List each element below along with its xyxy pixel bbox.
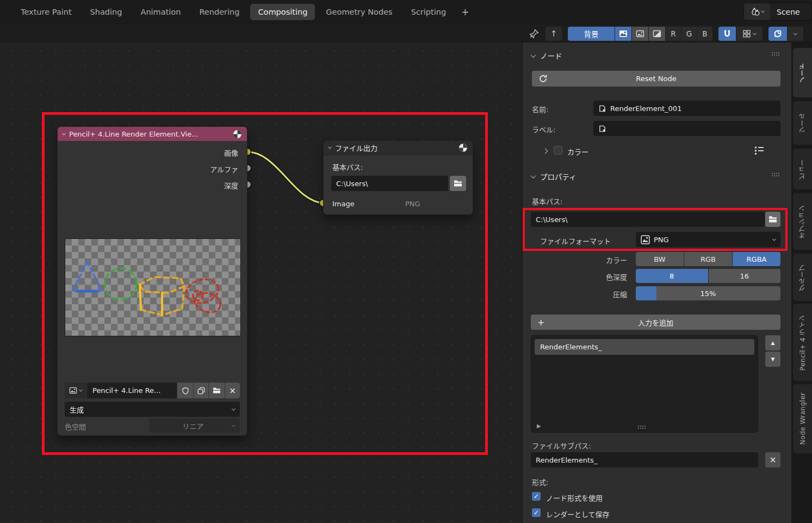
snap-group bbox=[718, 27, 763, 41]
tab-animation[interactable]: Animation bbox=[133, 4, 188, 20]
tab-geometry-nodes[interactable]: Geometry Nodes bbox=[318, 4, 400, 20]
save-as-render-checkbox[interactable]: ✓ bbox=[532, 508, 541, 517]
sidebar-tab-options[interactable]: オプション bbox=[793, 193, 812, 250]
sidebar-tab-pencil-line[interactable]: Pencil+ 4 ライン bbox=[793, 304, 812, 381]
expand-color-icon[interactable] bbox=[543, 149, 548, 154]
panel-drag-grip[interactable] bbox=[772, 173, 780, 174]
channel-r-button[interactable]: R bbox=[666, 27, 681, 41]
pin-icon[interactable] bbox=[529, 28, 540, 39]
reset-node-button[interactable]: Reset Node bbox=[532, 71, 780, 87]
tab-compositing[interactable]: Compositing bbox=[250, 4, 315, 20]
tab-shading[interactable]: Shading bbox=[83, 4, 130, 20]
browse-path-button[interactable] bbox=[450, 176, 466, 191]
sidebar-tab-node[interactable]: ノード bbox=[793, 48, 812, 97]
pencil-render-element-node[interactable]: Pencil+ 4.Line Render Element.Vie... 画像 … bbox=[57, 126, 247, 436]
up-arrow-icon: ↑ bbox=[550, 29, 557, 39]
image-source-dropdown[interactable]: 生成 bbox=[65, 402, 240, 417]
colorspace-label: 色空間 bbox=[65, 421, 86, 432]
add-input-button[interactable]: + 入力を追加 bbox=[531, 315, 780, 330]
scene-browse-button[interactable] bbox=[744, 3, 770, 20]
pencil-node-header[interactable]: Pencil+ 4.Line Render Element.Vie... bbox=[58, 127, 247, 141]
scene-selector[interactable]: Scene bbox=[743, 3, 812, 21]
subpath-field[interactable]: RenderElements_ bbox=[531, 452, 758, 467]
grid-snap-icon bbox=[743, 30, 751, 38]
sidebar-tab-group[interactable]: グループ bbox=[793, 254, 812, 301]
snap-toggle-button[interactable] bbox=[718, 27, 736, 41]
node-name-field[interactable]: RenderElement_001 bbox=[593, 101, 780, 116]
node-id-icon bbox=[598, 125, 606, 133]
parent-node-tree-button[interactable]: ↑ bbox=[546, 27, 562, 41]
chevron-down-icon bbox=[232, 407, 235, 410]
node-base-path-field[interactable]: C:\Users\ bbox=[331, 176, 448, 191]
clear-subpath-button[interactable]: × bbox=[765, 452, 780, 467]
compositor-header: ↑ 背景 R G B bbox=[0, 25, 812, 42]
tab-texture-paint[interactable]: Texture Paint bbox=[13, 4, 79, 20]
image-name-field[interactable]: Pencil+ 4.Line Re... bbox=[87, 383, 177, 398]
browse-base-path-button[interactable] bbox=[765, 212, 780, 227]
compression-value: 15% bbox=[636, 286, 780, 300]
file-slot-item[interactable]: RenderElements_ bbox=[535, 339, 754, 355]
list-resize-grip[interactable] bbox=[638, 426, 646, 427]
auto-render-button[interactable] bbox=[768, 27, 787, 41]
preview-torus-outline bbox=[184, 276, 223, 315]
unlink-datablock-button[interactable]: × bbox=[225, 383, 240, 398]
file-output-node-header[interactable]: ファイル出力 bbox=[324, 141, 473, 155]
colorspace-dropdown[interactable]: リニア bbox=[149, 419, 240, 433]
scene-name[interactable]: Scene bbox=[770, 3, 811, 20]
name-label: 名前: bbox=[532, 104, 548, 114]
duplicate-datablock-button[interactable] bbox=[194, 383, 208, 398]
list-icon[interactable] bbox=[754, 145, 765, 156]
auto-render-dropdown[interactable] bbox=[788, 27, 803, 41]
open-image-button[interactable] bbox=[209, 383, 225, 398]
collapse-icon[interactable] bbox=[62, 131, 66, 135]
move-slot-down-button[interactable]: ▼ bbox=[765, 352, 780, 367]
list-filter-toggle-icon[interactable]: ▶ bbox=[537, 423, 541, 429]
channel-b-button[interactable]: B bbox=[697, 27, 712, 41]
backdrop-color-alpha-button[interactable] bbox=[615, 27, 631, 41]
image-browse-button[interactable] bbox=[65, 383, 86, 398]
file-output-node[interactable]: ファイル出力 基本パス: C:\Users\ Image PNG bbox=[323, 140, 473, 215]
add-workspace-button[interactable]: + bbox=[457, 4, 473, 20]
sidebar-tab-view[interactable]: ビュー bbox=[793, 149, 812, 189]
use-node-format-checkbox[interactable]: ✓ bbox=[532, 492, 541, 501]
depth-16-button[interactable]: 16 bbox=[709, 269, 781, 283]
preview-sphere-icon[interactable] bbox=[458, 143, 468, 152]
fake-user-button[interactable] bbox=[177, 383, 193, 398]
sidebar-tab-node-wrangler[interactable]: Node Wrangler bbox=[793, 384, 812, 453]
snap-mode-dropdown[interactable] bbox=[736, 27, 763, 41]
properties-section-header[interactable]: プロパティ bbox=[531, 171, 577, 182]
node-preview-image bbox=[65, 238, 241, 336]
color-bw-button[interactable]: BW bbox=[636, 252, 684, 266]
backdrop-alpha-button[interactable] bbox=[649, 27, 665, 41]
tab-scripting[interactable]: Scripting bbox=[404, 4, 454, 20]
base-path-field[interactable]: C:\Users\ bbox=[531, 212, 765, 227]
backdrop-toggle-button[interactable]: 背景 bbox=[568, 27, 615, 41]
preview-sphere-icon[interactable] bbox=[233, 130, 242, 139]
collapse-icon[interactable] bbox=[328, 145, 332, 149]
sidebar-tab-tool[interactable]: ツール bbox=[793, 101, 812, 145]
color-mode-label: カラー bbox=[523, 255, 627, 265]
node-link-wire[interactable] bbox=[247, 152, 324, 203]
color-rgba-button[interactable]: RGBA bbox=[733, 252, 780, 266]
compression-slider[interactable]: 15% bbox=[636, 286, 780, 300]
panel-drag-grip[interactable] bbox=[772, 52, 780, 53]
file-format-dropdown[interactable]: PNG bbox=[636, 232, 780, 247]
channel-g-button[interactable]: G bbox=[681, 27, 697, 41]
move-slot-up-button[interactable]: ▲ bbox=[765, 335, 780, 350]
depth-8-button[interactable]: 8 bbox=[636, 269, 708, 283]
chevron-down-icon bbox=[232, 423, 235, 427]
node-base-path-label: 基本パス: bbox=[332, 162, 363, 172]
color-checkbox[interactable] bbox=[554, 146, 562, 155]
node-section-header[interactable]: ノード bbox=[531, 50, 562, 61]
node-editor-canvas[interactable]: Pencil+ 4.Line Render Element.Vie... 画像 … bbox=[0, 42, 522, 523]
file-format-value: PNG bbox=[654, 236, 769, 244]
sidebar-panel: ノード Reset Node 名前: RenderElement_001 ラベル… bbox=[522, 42, 791, 523]
folder-icon bbox=[213, 387, 221, 394]
image-color-alpha-icon bbox=[619, 29, 628, 38]
file-slots-list[interactable]: RenderElements_ ▶ bbox=[531, 335, 758, 433]
tab-rendering[interactable]: Rendering bbox=[191, 4, 247, 20]
backdrop-color-button[interactable] bbox=[632, 27, 648, 41]
color-rgb-button[interactable]: RGB bbox=[684, 252, 732, 266]
node-label-field[interactable] bbox=[593, 121, 780, 136]
folder-icon bbox=[454, 180, 462, 187]
